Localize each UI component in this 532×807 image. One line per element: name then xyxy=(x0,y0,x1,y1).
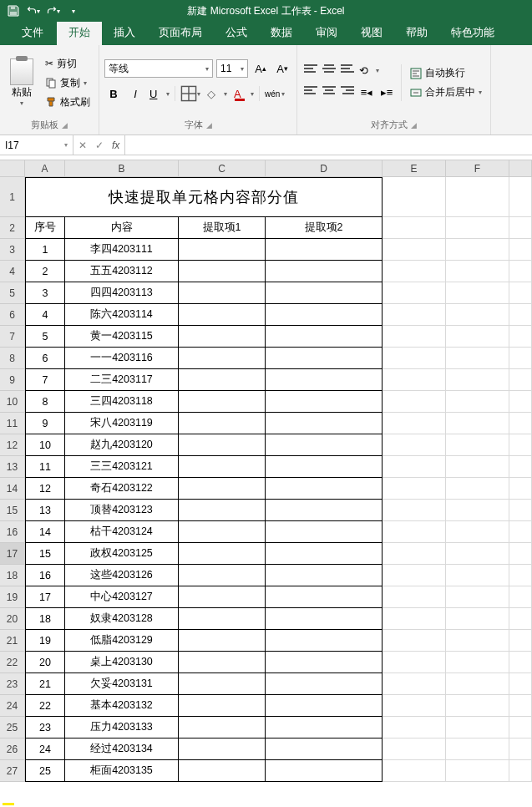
redo-icon[interactable]: ▾ xyxy=(47,4,60,18)
cell-ext2[interactable] xyxy=(266,652,383,673)
cell[interactable] xyxy=(509,391,532,413)
cell[interactable] xyxy=(383,695,446,717)
cell[interactable] xyxy=(383,217,446,239)
decrease-indent-icon[interactable]: ≡◂ xyxy=(357,83,376,101)
cell[interactable] xyxy=(383,177,446,217)
cell-ext2[interactable] xyxy=(266,282,383,304)
orientation-button[interactable]: ⟲▾ xyxy=(357,61,381,79)
align-right-icon[interactable] xyxy=(339,83,356,98)
tab-help[interactable]: 帮助 xyxy=(394,20,439,45)
qat-customize-icon[interactable]: ▾ xyxy=(67,4,80,18)
cell-ext1[interactable] xyxy=(179,434,266,456)
cell[interactable] xyxy=(383,738,446,760)
cell[interactable] xyxy=(383,391,446,413)
cell[interactable] xyxy=(446,695,509,717)
font-size-select[interactable]: 11▾ xyxy=(216,59,248,78)
cell[interactable] xyxy=(509,565,532,586)
cell[interactable] xyxy=(383,326,446,348)
cell[interactable] xyxy=(446,738,509,760)
cell-ext1[interactable] xyxy=(179,413,266,434)
cell[interactable] xyxy=(509,304,532,326)
cell-ext2[interactable] xyxy=(266,717,383,738)
cell-seq[interactable]: 2 xyxy=(25,261,65,282)
cell-ext1[interactable] xyxy=(179,261,266,282)
row-header-7[interactable]: 7 xyxy=(0,326,25,348)
cell-ext1[interactable] xyxy=(179,521,266,543)
cell-ext2[interactable] xyxy=(266,348,383,369)
cell-seq[interactable]: 1 xyxy=(25,239,65,261)
row-header-3[interactable]: 3 xyxy=(0,239,25,261)
cell-seq[interactable]: 14 xyxy=(25,521,65,543)
row-header-6[interactable]: 6 xyxy=(0,304,25,326)
row-header-5[interactable]: 5 xyxy=(0,282,25,304)
col-header-e[interactable]: E xyxy=(383,160,446,177)
row-header-26[interactable]: 26 xyxy=(0,738,25,760)
cell[interactable] xyxy=(446,326,509,348)
cell[interactable] xyxy=(509,326,532,348)
align-center-icon[interactable] xyxy=(321,83,337,98)
cell-content[interactable]: 柜面4203135 xyxy=(65,760,179,782)
cell-ext1[interactable] xyxy=(179,652,266,673)
cell-seq[interactable]: 22 xyxy=(25,695,65,717)
col-header-f[interactable]: F xyxy=(446,160,509,177)
tab-layout[interactable]: 页面布局 xyxy=(147,20,214,45)
align-left-icon[interactable] xyxy=(302,83,319,98)
cell-content[interactable]: 陈六4203114 xyxy=(65,304,179,326)
increase-font-icon[interactable]: A▴ xyxy=(251,59,270,78)
cell-ext1[interactable] xyxy=(179,543,266,565)
cell[interactable] xyxy=(446,282,509,304)
cell-ext2[interactable] xyxy=(266,456,383,478)
cell[interactable] xyxy=(509,261,532,282)
col-header-c[interactable]: C xyxy=(179,160,266,177)
cell[interactable] xyxy=(383,717,446,738)
row-header-13[interactable]: 13 xyxy=(0,456,25,478)
cell-ext2[interactable] xyxy=(266,391,383,413)
cell[interactable] xyxy=(509,177,532,217)
cell-ext2[interactable] xyxy=(266,543,383,565)
font-dialog-launcher[interactable]: ◢ xyxy=(206,121,212,129)
row-header-27[interactable]: 27 xyxy=(0,760,25,782)
cell[interactable] xyxy=(509,652,532,673)
cell-seq[interactable]: 21 xyxy=(25,673,65,695)
cell-ext1[interactable] xyxy=(179,369,266,391)
cell[interactable] xyxy=(446,717,509,738)
cell[interactable] xyxy=(383,630,446,652)
cell-content[interactable]: 李四4203111 xyxy=(65,239,179,261)
italic-button[interactable]: I xyxy=(126,84,144,103)
alignment-dialog-launcher[interactable]: ◢ xyxy=(411,121,417,129)
cell-ext1[interactable] xyxy=(179,695,266,717)
cell[interactable] xyxy=(509,738,532,760)
cell-content[interactable]: 赵九4203120 xyxy=(65,434,179,456)
cell-seq[interactable]: 24 xyxy=(25,738,65,760)
cell[interactable] xyxy=(383,369,446,391)
cell[interactable] xyxy=(446,456,509,478)
cell-seq[interactable]: 7 xyxy=(25,369,65,391)
row-header-11[interactable]: 11 xyxy=(0,413,25,434)
row-header-21[interactable]: 21 xyxy=(0,630,25,652)
cell-ext1[interactable] xyxy=(179,239,266,261)
cell[interactable] xyxy=(509,760,532,782)
align-middle-icon[interactable] xyxy=(321,61,337,76)
header-ext1[interactable]: 提取项1 xyxy=(179,217,266,239)
cell-content[interactable]: 中心4203127 xyxy=(65,586,179,608)
phonetic-button[interactable]: wén▾ xyxy=(263,84,286,103)
cell[interactable] xyxy=(383,586,446,608)
clipboard-dialog-launcher[interactable]: ◢ xyxy=(62,121,68,129)
cell-seq[interactable]: 9 xyxy=(25,413,65,434)
cell[interactable] xyxy=(383,673,446,695)
cell[interactable] xyxy=(446,348,509,369)
tab-special[interactable]: 特色功能 xyxy=(439,20,506,45)
row-header-17[interactable]: 17 xyxy=(0,543,25,565)
cell-content[interactable]: 桌上4203130 xyxy=(65,652,179,673)
cell[interactable] xyxy=(509,717,532,738)
cell[interactable] xyxy=(383,348,446,369)
cell[interactable] xyxy=(383,239,446,261)
cell-ext2[interactable] xyxy=(266,760,383,782)
cell[interactable] xyxy=(446,565,509,586)
cell-ext2[interactable] xyxy=(266,261,383,282)
cell-content[interactable]: 基本4203132 xyxy=(65,695,179,717)
cell-content[interactable]: 二三4203117 xyxy=(65,369,179,391)
underline-button[interactable]: U▾ xyxy=(148,84,171,103)
cell-ext2[interactable] xyxy=(266,695,383,717)
cell-ext2[interactable] xyxy=(266,738,383,760)
